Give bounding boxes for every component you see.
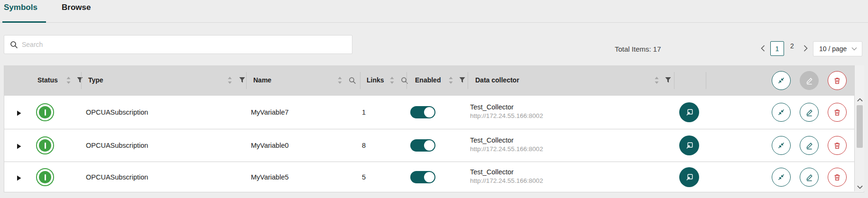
row-shrink-button[interactable] (772, 168, 791, 187)
row-delete-button[interactable] (828, 168, 847, 187)
trash-icon (833, 76, 841, 85)
column-separator (468, 72, 468, 89)
column-search-icon[interactable] (401, 77, 408, 86)
chevron-down-icon (851, 47, 857, 51)
expand-row-icon[interactable] (17, 143, 21, 148)
collector-url: http://172.24.55.166:8002 (470, 112, 543, 119)
col-header-links[interactable]: Links (367, 76, 384, 84)
row-delete-button[interactable] (828, 136, 847, 155)
column-separator (81, 72, 82, 89)
row-delete-button[interactable] (828, 103, 847, 122)
chevron-left-icon (761, 45, 765, 52)
table-row[interactable]: OPCUASubscription MyVariable7 1 Test_Col… (4, 96, 854, 129)
search-icon (10, 41, 18, 49)
sort-carets-icon[interactable] (448, 76, 453, 86)
pencil-icon (805, 173, 814, 182)
open-window-icon (685, 108, 694, 117)
symbols-table: Status Type Name Links Enabled Data coll… (4, 65, 864, 192)
table-row[interactable]: OPCUASubscription MyVariable5 5 Test_Col… (4, 162, 854, 191)
column-separator (674, 72, 674, 89)
shrink-arrows-icon (776, 76, 786, 85)
table-row[interactable]: OPCUASubscription MyVariable0 8 Test_Col… (4, 129, 854, 162)
prev-page-button[interactable] (758, 44, 767, 53)
row-edit-button[interactable] (800, 136, 819, 155)
row-shrink-button[interactable] (772, 103, 791, 122)
type-cell: OPCUASubscription (86, 173, 148, 181)
scroll-up-icon[interactable] (856, 97, 863, 103)
bulk-shrink-button[interactable] (772, 71, 791, 90)
column-separator (246, 72, 247, 89)
data-collector-cell: Test_Collector http://172.24.55.166:8002 (470, 168, 543, 184)
tab-symbols[interactable]: Symbols (4, 3, 37, 12)
open-collector-button[interactable] (679, 167, 699, 187)
tab-browse[interactable]: Browse (62, 3, 91, 12)
collector-name: Test_Collector (470, 136, 543, 144)
trash-icon (833, 108, 841, 117)
sort-carets-icon[interactable] (389, 76, 395, 86)
column-separator (406, 72, 407, 89)
search-box[interactable] (4, 35, 352, 54)
sort-carets-icon[interactable] (66, 76, 71, 86)
column-separator (706, 72, 706, 89)
pencil-icon (805, 141, 814, 150)
collector-name: Test_Collector (470, 103, 543, 111)
page-1-label: 1 (776, 45, 779, 53)
enabled-toggle[interactable] (410, 106, 435, 118)
shrink-arrows-icon (776, 108, 786, 117)
column-search-icon[interactable] (349, 77, 356, 86)
scrollbar-thumb[interactable] (857, 105, 863, 148)
name-cell: MyVariable5 (251, 173, 289, 181)
name-cell: MyVariable7 (251, 108, 289, 116)
bulk-edit-button[interactable] (800, 71, 819, 90)
toggle-knob (424, 172, 434, 182)
trash-icon (833, 173, 841, 181)
row-shrink-button[interactable] (772, 136, 791, 155)
open-collector-button[interactable] (679, 135, 699, 155)
filter-funnel-icon[interactable] (76, 77, 83, 85)
sort-carets-icon[interactable] (337, 76, 342, 86)
type-cell: OPCUASubscription (86, 108, 148, 116)
links-cell: 5 (362, 173, 366, 181)
status-badge (36, 136, 54, 154)
open-collector-button[interactable] (679, 102, 699, 122)
data-collector-cell: Test_Collector http://172.24.55.166:8002 (470, 103, 543, 119)
col-header-enabled[interactable]: Enabled (415, 76, 441, 84)
col-header-type[interactable]: Type (88, 76, 103, 84)
filter-funnel-icon[interactable] (239, 77, 246, 85)
status-badge (36, 168, 54, 186)
pencil-icon (805, 76, 814, 85)
shrink-arrows-icon (776, 172, 786, 182)
trash-icon (833, 141, 841, 150)
filter-funnel-icon[interactable] (665, 77, 672, 85)
sort-carets-icon[interactable] (654, 76, 659, 86)
enabled-toggle[interactable] (410, 171, 435, 183)
search-input[interactable] (22, 41, 346, 48)
row-edit-button[interactable] (800, 103, 819, 122)
col-header-name[interactable]: Name (253, 76, 271, 84)
expand-row-icon[interactable] (17, 174, 21, 180)
links-cell: 1 (362, 108, 366, 116)
page-2-button[interactable]: 2 (790, 42, 794, 50)
pencil-icon (805, 108, 814, 117)
enabled-toggle[interactable] (410, 139, 435, 152)
collector-url: http://172.24.55.166:8002 (470, 177, 543, 184)
row-edit-button[interactable] (800, 168, 819, 187)
data-collector-cell: Test_Collector http://172.24.55.166:8002 (470, 136, 543, 153)
filter-funnel-icon[interactable] (459, 77, 466, 85)
scroll-down-icon[interactable] (856, 184, 863, 190)
sort-carets-icon[interactable] (227, 76, 232, 86)
bulk-delete-button[interactable] (828, 71, 847, 90)
links-cell: 8 (362, 142, 366, 149)
column-separator (360, 72, 360, 89)
table-header-row: Status Type Name Links Enabled Data coll… (4, 65, 854, 96)
next-page-button[interactable] (801, 44, 810, 53)
page-1-button[interactable]: 1 (770, 41, 784, 56)
expand-row-icon[interactable] (17, 109, 21, 115)
col-header-data-collector[interactable]: Data collector (475, 76, 519, 84)
col-header-status[interactable]: Status (37, 76, 58, 84)
total-items-label: Total Items: 17 (615, 45, 661, 53)
toggle-knob (424, 107, 434, 117)
vertical-scrollbar[interactable] (854, 65, 864, 191)
page-size-select[interactable]: 10 / page (813, 41, 862, 56)
chevron-right-icon (803, 45, 808, 52)
